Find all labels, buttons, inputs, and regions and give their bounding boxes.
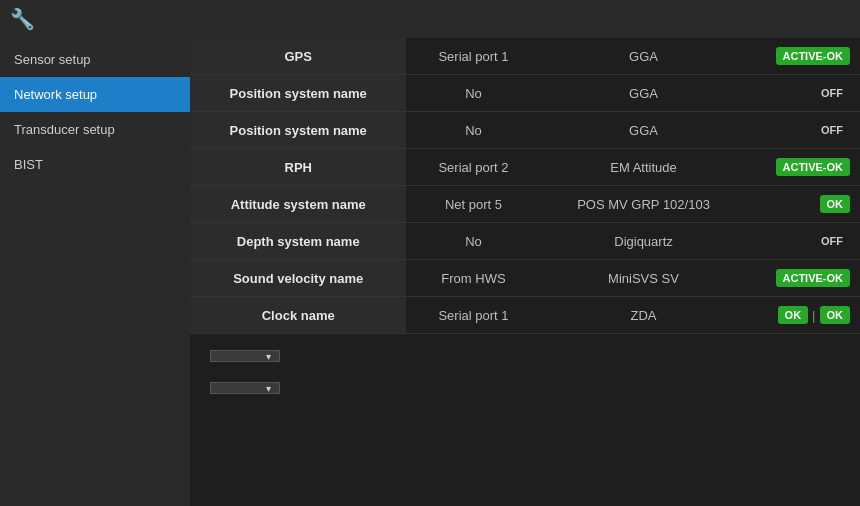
table-row: Clock nameSerial port 1ZDAOK|OK: [190, 297, 860, 334]
table-row: RPHSerial port 2EM AttitudeACTIVE-OK: [190, 149, 860, 186]
row-status: OFF: [747, 223, 860, 260]
dropdown-2[interactable]: [210, 382, 280, 394]
row-name: Sound velocity name: [190, 260, 406, 297]
row-type: ZDA: [540, 297, 746, 334]
row-type: EM Attitude: [540, 149, 746, 186]
row-port: From HWS: [406, 260, 540, 297]
row-status: OK|OK: [747, 297, 860, 334]
dropdown-1[interactable]: [210, 350, 280, 362]
table-row: GPSSerial port 1GGAACTIVE-OK: [190, 38, 860, 75]
content-area: GPSSerial port 1GGAACTIVE-OKPosition sys…: [190, 38, 860, 506]
row-type: Digiquartz: [540, 223, 746, 260]
title-bar: 🔧: [0, 0, 860, 38]
row-name: Attitude system name: [190, 186, 406, 223]
row-type: GGA: [540, 112, 746, 149]
table-row: Attitude system nameNet port 5POS MV GRP…: [190, 186, 860, 223]
row-status: ACTIVE-OK: [747, 260, 860, 297]
table-row: Position system nameNoGGAOFF: [190, 112, 860, 149]
row-port: Serial port 1: [406, 38, 540, 75]
table-row: Sound velocity nameFrom HWSMiniSVS SVACT…: [190, 260, 860, 297]
row-type: GGA: [540, 75, 746, 112]
table-row: Depth system nameNoDigiquartzOFF: [190, 223, 860, 260]
row-port: Serial port 1: [406, 297, 540, 334]
row-type: GGA: [540, 38, 746, 75]
row-port: No: [406, 75, 540, 112]
row-status: ACTIVE-OK: [747, 38, 860, 75]
row-port: Net port 5: [406, 186, 540, 223]
row-type: POS MV GRP 102/103: [540, 186, 746, 223]
dropdown-row-1: [190, 334, 860, 366]
row-status: OFF: [747, 112, 860, 149]
row-name: Position system name: [190, 112, 406, 149]
sidebar-item-sensor-setup[interactable]: Sensor setup: [0, 42, 190, 77]
main-layout: Sensor setupNetwork setupTransducer setu…: [0, 38, 860, 506]
row-status: OFF: [747, 75, 860, 112]
row-status: ACTIVE-OK: [747, 149, 860, 186]
sidebar-item-bist[interactable]: BIST: [0, 147, 190, 182]
row-port: Serial port 2: [406, 149, 540, 186]
sensor-table: GPSSerial port 1GGAACTIVE-OKPosition sys…: [190, 38, 860, 334]
dropdown-row-2: [190, 366, 860, 398]
sidebar: Sensor setupNetwork setupTransducer setu…: [0, 38, 190, 506]
row-status: OK: [747, 186, 860, 223]
row-name: Clock name: [190, 297, 406, 334]
app-container: 🔧 Sensor setupNetwork setupTransducer se…: [0, 0, 860, 506]
row-name: Position system name: [190, 75, 406, 112]
app-icon: 🔧: [10, 7, 35, 31]
row-port: No: [406, 223, 540, 260]
table-row: Position system nameNoGGAOFF: [190, 75, 860, 112]
row-port: No: [406, 112, 540, 149]
row-name: GPS: [190, 38, 406, 75]
row-type: MiniSVS SV: [540, 260, 746, 297]
row-name: Depth system name: [190, 223, 406, 260]
row-name: RPH: [190, 149, 406, 186]
sidebar-item-network-setup[interactable]: Network setup: [0, 77, 190, 112]
sidebar-item-transducer-setup[interactable]: Transducer setup: [0, 112, 190, 147]
